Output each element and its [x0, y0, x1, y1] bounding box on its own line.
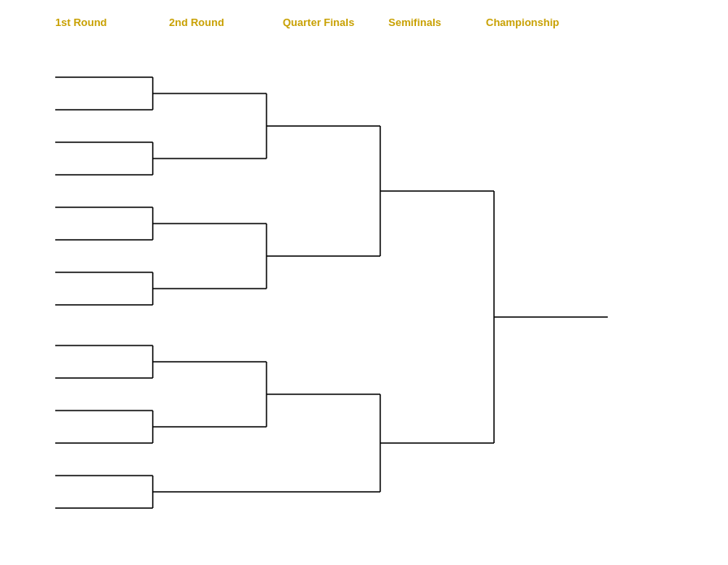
header-r5: Championship [486, 16, 559, 28]
bracket-svg [15, 37, 713, 541]
header-r2: 2nd Round [169, 16, 224, 28]
header-r3: Quarter Finals [283, 16, 354, 28]
header-r1: 1st Round [55, 16, 107, 28]
bracket-container: 1st Round 2nd Round Quarter Finals Semif… [15, 16, 713, 545]
header-r4: Semifinals [388, 16, 441, 28]
